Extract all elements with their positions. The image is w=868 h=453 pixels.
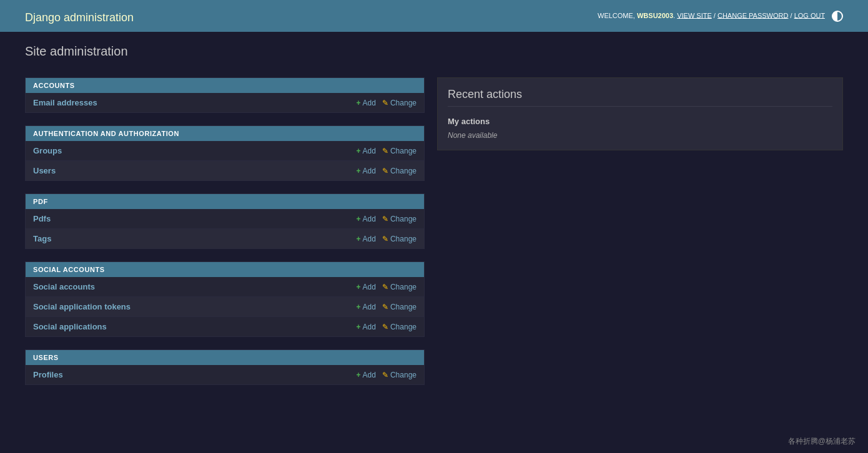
module-header-social-accounts: SOCIAL ACCOUNTS (26, 262, 424, 277)
plus-icon: + (357, 303, 361, 311)
row-label-link[interactable]: Profiles (33, 370, 63, 379)
module-accounts: ACCOUNTSEmail addresses+ Add✎ Change (25, 77, 425, 113)
logout-link[interactable]: LOG OUT (794, 11, 825, 19)
change-link[interactable]: ✎ Change (382, 167, 417, 175)
pencil-icon: ✎ (382, 323, 388, 331)
row-label-link[interactable]: Email addresses (33, 98, 97, 107)
change-link[interactable]: ✎ Change (382, 303, 417, 311)
module-users: USERSProfiles+ Add✎ Change (25, 349, 425, 385)
site-title: Django administration (25, 6, 134, 26)
add-link[interactable]: + Add (357, 303, 376, 311)
left-column: ACCOUNTSEmail addresses+ Add✎ ChangeAUTH… (25, 77, 425, 385)
main-layout: ACCOUNTSEmail addresses+ Add✎ ChangeAUTH… (25, 77, 843, 385)
add-link[interactable]: + Add (357, 99, 376, 107)
row-actions: + Add✎ Change (357, 283, 417, 291)
plus-icon: + (357, 323, 361, 331)
row-label: Email addresses (33, 98, 97, 107)
row-actions: + Add✎ Change (357, 371, 417, 379)
row-label-link[interactable]: Social accounts (33, 282, 95, 291)
plus-icon: + (357, 167, 361, 175)
row-label: Users (33, 166, 56, 175)
row-label-link[interactable]: Groups (33, 146, 62, 155)
row-label: Pdfs (33, 214, 51, 223)
module-header-pdf: PDF (26, 194, 424, 209)
recent-actions-title: Recent actions (448, 88, 832, 107)
plus-icon: + (357, 99, 361, 107)
change-link[interactable]: ✎ Change (382, 235, 417, 243)
table-row: Groups+ Add✎ Change (26, 141, 424, 161)
module-social-accounts: SOCIAL ACCOUNTSSocial accounts+ Add✎ Cha… (25, 261, 425, 337)
table-row: Tags+ Add✎ Change (26, 229, 424, 248)
pencil-icon: ✎ (382, 99, 388, 107)
theme-toggle-icon[interactable] (832, 11, 843, 22)
table-row: Social application tokens+ Add✎ Change (26, 297, 424, 317)
row-label-link[interactable]: Users (33, 166, 56, 175)
main-container: Site administration ACCOUNTSEmail addres… (0, 32, 868, 397)
view-site-link[interactable]: VIEW SITE (677, 11, 712, 19)
plus-icon: + (357, 371, 361, 379)
row-actions: + Add✎ Change (357, 215, 417, 223)
pencil-icon: ✎ (382, 235, 388, 243)
pencil-icon: ✎ (382, 215, 388, 223)
module-header-accounts: ACCOUNTS (26, 78, 424, 93)
row-actions: + Add✎ Change (357, 323, 417, 331)
row-actions: + Add✎ Change (357, 147, 417, 155)
module-pdf: PDFPdfs+ Add✎ ChangeTags+ Add✎ Change (25, 193, 425, 249)
row-label: Social application tokens (33, 302, 131, 311)
header: Django administration WELCOME, WBSU2003.… (0, 0, 868, 32)
plus-icon: + (357, 283, 361, 291)
row-label: Social accounts (33, 282, 95, 291)
pencil-icon: ✎ (382, 167, 388, 175)
add-link[interactable]: + Add (357, 235, 376, 243)
add-link[interactable]: + Add (357, 215, 376, 223)
row-actions: + Add✎ Change (357, 303, 417, 311)
right-column: Recent actions My actions None available (437, 77, 843, 150)
table-row: Pdfs+ Add✎ Change (26, 209, 424, 229)
module-header-auth: AUTHENTICATION AND AUTHORIZATION (26, 126, 424, 141)
pencil-icon: ✎ (382, 303, 388, 311)
table-row: Profiles+ Add✎ Change (26, 365, 424, 384)
change-link[interactable]: ✎ Change (382, 215, 417, 223)
row-actions: + Add✎ Change (357, 99, 417, 107)
row-label: Profiles (33, 370, 63, 379)
site-title-link[interactable]: Django administration (25, 11, 134, 24)
row-label: Tags (33, 234, 51, 243)
user-tools: WELCOME, WBSU2003. VIEW SITE / CHANGE PA… (598, 11, 843, 22)
table-row: Email addresses+ Add✎ Change (26, 93, 424, 112)
username: WBSU2003 (637, 11, 673, 19)
row-label: Groups (33, 146, 62, 155)
change-link[interactable]: ✎ Change (382, 147, 417, 155)
recent-actions-panel: Recent actions My actions None available (437, 77, 843, 150)
module-header-users: USERS (26, 350, 424, 365)
row-label-link[interactable]: Pdfs (33, 214, 51, 223)
table-row: Users+ Add✎ Change (26, 161, 424, 180)
plus-icon: + (357, 235, 361, 243)
add-link[interactable]: + Add (357, 283, 376, 291)
pencil-icon: ✎ (382, 283, 388, 291)
change-link[interactable]: ✎ Change (382, 323, 417, 331)
add-link[interactable]: + Add (357, 323, 376, 331)
change-link[interactable]: ✎ Change (382, 283, 417, 291)
row-label-link[interactable]: Social applications (33, 322, 107, 331)
module-auth: AUTHENTICATION AND AUTHORIZATIONGroups+ … (25, 125, 425, 181)
add-link[interactable]: + Add (357, 371, 376, 379)
add-link[interactable]: + Add (357, 147, 376, 155)
my-actions-label: My actions (448, 117, 832, 126)
row-label-link[interactable]: Tags (33, 234, 51, 243)
table-row: Social applications+ Add✎ Change (26, 317, 424, 336)
none-available-text: None available (448, 131, 832, 140)
pencil-icon: ✎ (382, 371, 388, 379)
page-title: Site administration (25, 44, 843, 65)
row-actions: + Add✎ Change (357, 235, 417, 243)
add-link[interactable]: + Add (357, 167, 376, 175)
plus-icon: + (357, 215, 361, 223)
welcome-prefix: WELCOME, (598, 11, 635, 19)
change-link[interactable]: ✎ Change (382, 99, 417, 107)
row-label-link[interactable]: Social application tokens (33, 302, 131, 311)
change-link[interactable]: ✎ Change (382, 371, 417, 379)
change-password-link[interactable]: CHANGE PASSWORD (718, 11, 788, 19)
row-label: Social applications (33, 322, 107, 331)
pencil-icon: ✎ (382, 147, 388, 155)
plus-icon: + (357, 147, 361, 155)
row-actions: + Add✎ Change (357, 167, 417, 175)
